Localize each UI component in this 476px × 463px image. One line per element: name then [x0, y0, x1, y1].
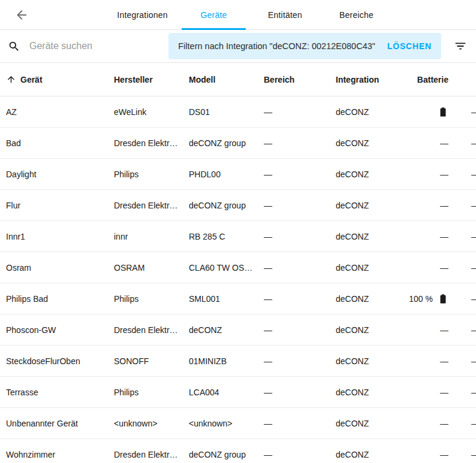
battery-icon [438, 107, 448, 117]
cell-geraet: Innr1 [6, 232, 114, 241]
cell-batterie [408, 107, 448, 117]
battery-level-text: 100 % [409, 294, 433, 304]
cell-batterie: — [408, 325, 448, 335]
cell-geraet: Osram [6, 263, 114, 273]
cell-hersteller: OSRAM [114, 263, 189, 273]
cell-hersteller: Dresden Elektr… [114, 201, 189, 210]
cell-modell: deCONZ [189, 325, 264, 335]
cell-hersteller: eWeLink [114, 107, 189, 117]
device-row[interactable]: Daylight Philips PHDL00 — deCONZ — — [0, 159, 476, 190]
cell-geraet: Terrasse [6, 388, 114, 397]
column-header-hersteller[interactable]: Hersteller [114, 75, 189, 84]
cell-geraet: Unbenannter Gerät [6, 419, 114, 428]
top-toolbar: Integrationen Geräte Entitäten Bereiche [0, 0, 476, 30]
cell-integration: deCONZ [336, 450, 408, 459]
cell-integration: deCONZ [336, 263, 408, 273]
battery-level-text: — [440, 388, 448, 397]
cell-modell: RB 285 C [189, 232, 264, 241]
cell-integration: deCONZ [336, 325, 408, 335]
column-header-bereich[interactable]: Bereich [264, 75, 336, 84]
cell-modell: PHDL00 [189, 170, 264, 179]
cell-modell: deCONZ group [189, 201, 264, 210]
cell-bereich: — [264, 263, 336, 273]
cell-geraet: SteckdoseFlurOben [6, 356, 114, 366]
cell-bereich: — [264, 450, 336, 459]
cell-batterie: — [408, 419, 448, 428]
device-row[interactable]: AZ eWeLink DS01 — deCONZ — [0, 96, 476, 128]
cell-clipped-column: — [448, 388, 476, 397]
cell-modell: CLA60 TW OS… [189, 263, 264, 273]
column-header-integration[interactable]: Integration [336, 75, 408, 84]
device-row[interactable]: Bad Dresden Elektr… deCONZ group — deCON… [0, 128, 476, 159]
filter-variant-icon [454, 40, 467, 53]
tab-integrationen[interactable]: Integrationen [110, 0, 174, 30]
cell-clipped-column: — [448, 450, 476, 459]
device-row[interactable]: Philips Bad Philips SML001 — deCONZ 100 … [0, 283, 476, 314]
cell-integration: deCONZ [336, 419, 408, 428]
cell-batterie: — [408, 356, 448, 366]
tab-bar: Integrationen Geräte Entitäten Bereiche [110, 0, 476, 30]
cell-bereich: — [264, 388, 336, 397]
cell-geraet: Wohnzimmer [6, 450, 114, 459]
battery-level-text: — [440, 263, 448, 273]
cell-hersteller: Dresden Elektr… [114, 325, 189, 335]
column-header-geraet[interactable]: Gerät [6, 74, 114, 84]
cell-integration: deCONZ [336, 294, 408, 304]
cell-bereich: — [264, 201, 336, 210]
cell-modell: deCONZ group [189, 450, 264, 459]
column-header-batterie[interactable]: Batterie [408, 75, 448, 84]
cell-hersteller: Philips [114, 388, 189, 397]
column-header-modell[interactable]: Modell [189, 75, 264, 84]
device-row[interactable]: Innr1 innr RB 285 C — deCONZ — — [0, 221, 476, 252]
device-row[interactable]: Flur Dresden Elektr… deCONZ group — deCO… [0, 190, 476, 221]
battery-level-text: — [440, 201, 448, 210]
tab-entitaeten[interactable]: Entitäten [253, 0, 317, 30]
cell-integration: deCONZ [336, 232, 408, 241]
battery-level-text: — [440, 232, 448, 241]
cell-clipped-column: — [448, 170, 476, 179]
cell-clipped-column: — [448, 232, 476, 241]
tab-bereiche[interactable]: Bereiche [324, 0, 388, 30]
cell-clipped-column: — [448, 325, 476, 335]
battery-level-text: — [440, 138, 448, 148]
cell-bereich: — [264, 138, 336, 148]
cell-bereich: — [264, 419, 336, 428]
cell-modell: <unknown> [189, 419, 264, 428]
cell-batterie: — [408, 232, 448, 241]
search-icon [8, 40, 20, 53]
cell-bereich: — [264, 232, 336, 241]
cell-clipped-column: — [448, 419, 476, 428]
cell-modell: LCA004 [189, 388, 264, 397]
cell-batterie: — [408, 450, 448, 459]
battery-level-text: — [440, 419, 448, 428]
cell-integration: deCONZ [336, 107, 408, 117]
cell-hersteller: Dresden Elektr… [114, 450, 189, 459]
battery-level-text: — [440, 170, 448, 179]
column-header-label: Gerät [20, 75, 43, 84]
device-row[interactable]: Osram OSRAM CLA60 TW OS… — deCONZ — — [0, 252, 476, 283]
tab-geraete[interactable]: Geräte [182, 0, 246, 30]
clear-filter-button[interactable]: LÖSCHEN [387, 41, 432, 51]
cell-integration: deCONZ [336, 388, 408, 397]
search-input[interactable] [28, 40, 168, 52]
device-row[interactable]: Wohnzimmer Dresden Elektr… deCONZ group … [0, 439, 476, 463]
cell-clipped-column: — [448, 263, 476, 273]
back-button[interactable] [13, 7, 30, 23]
cell-hersteller: Dresden Elektr… [114, 138, 189, 148]
table-body: AZ eWeLink DS01 — deCONZ — Bad Dresden E… [0, 96, 476, 463]
device-row[interactable]: Terrasse Philips LCA004 — deCONZ — — [0, 377, 476, 408]
cell-modell: 01MINIZB [189, 356, 264, 366]
cell-clipped-column: — [448, 356, 476, 366]
device-row[interactable]: Unbenannter Gerät <unknown> <unknown> — … [0, 408, 476, 439]
cell-geraet: Flur [6, 201, 114, 210]
battery-level-text: — [440, 450, 448, 459]
battery-icon [438, 293, 448, 304]
cell-hersteller: <unknown> [114, 419, 189, 428]
table-header: Gerät Hersteller Modell Bereich Integrat… [0, 63, 476, 96]
filter-button[interactable] [447, 33, 474, 59]
device-row[interactable]: Phoscon-GW Dresden Elektr… deCONZ — deCO… [0, 314, 476, 346]
cell-clipped-column: — [448, 294, 476, 304]
cell-geraet: Daylight [6, 170, 114, 179]
device-row[interactable]: SteckdoseFlurOben SONOFF 01MINIZB — deCO… [0, 346, 476, 377]
arrow-left-icon [14, 8, 29, 22]
